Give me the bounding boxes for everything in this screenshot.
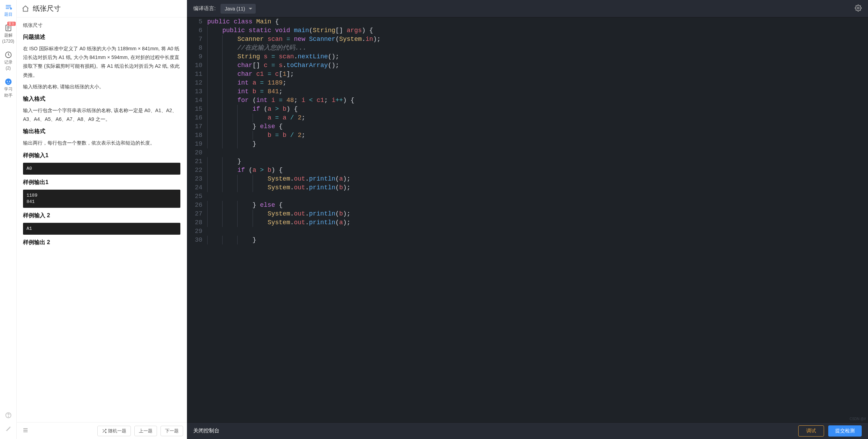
- code-content: if (a > b) {: [207, 105, 868, 114]
- code-line: 8 //在此输入您的代码...: [187, 44, 868, 52]
- line-number: 11: [187, 70, 207, 79]
- gear-icon[interactable]: [855, 5, 862, 13]
- console-toggle[interactable]: 关闭控制台: [193, 427, 219, 434]
- prev-label: 上一题: [139, 428, 152, 434]
- home-icon[interactable]: [22, 5, 29, 13]
- language-select[interactable]: Java (11): [220, 4, 255, 14]
- debug-button[interactable]: 调试: [798, 425, 824, 437]
- code-content: String s = scan.nextLine();: [207, 52, 868, 61]
- problem-icon: [4, 3, 13, 11]
- rail-count: (1720): [2, 39, 14, 44]
- code-content: int b = 841;: [207, 87, 868, 96]
- code-line: 19 }: [187, 140, 868, 148]
- heading-description: 问题描述: [23, 34, 180, 41]
- code-line: 22 if (a > b) {: [187, 166, 868, 175]
- rail-item-solution[interactable]: 官方 题解 (1720): [2, 24, 14, 44]
- svg-point-5: [9, 81, 10, 82]
- rail-label: 题目: [4, 12, 13, 17]
- code-content: }: [207, 140, 868, 148]
- code-content: [207, 148, 868, 157]
- code-line: 27 System.out.println(b);: [187, 210, 868, 218]
- line-number: 20: [187, 148, 207, 157]
- editor-panel: 编译语言: Java (11) 5public class Main {6 pu…: [187, 0, 868, 439]
- line-number: 15: [187, 105, 207, 114]
- list-icon[interactable]: [20, 425, 31, 437]
- code-content: [207, 192, 868, 201]
- input-p: 输入一行包含一个字符串表示纸张的名称, 该名称一定是 A0、A1、A2、A3、A…: [23, 106, 180, 124]
- line-number: 30: [187, 236, 207, 244]
- rail-item-history[interactable]: 记录 (2): [4, 51, 13, 71]
- line-number: 21: [187, 157, 207, 166]
- next-label: 下一题: [165, 428, 179, 434]
- line-number: 7: [187, 35, 207, 44]
- code-line: 23 System.out.println(a);: [187, 175, 868, 183]
- heading-sample-in2: 样例输入 2: [23, 212, 180, 219]
- code-line: 26 } else {: [187, 201, 868, 210]
- code-line: 20: [187, 148, 868, 157]
- code-content: System.out.println(a);: [207, 175, 868, 183]
- rail-label: 记录: [4, 60, 13, 65]
- official-badge: 官方: [7, 22, 16, 26]
- code-content: a = a / 2;: [207, 114, 868, 122]
- next-button[interactable]: 下一题: [160, 426, 183, 436]
- problem-panel: 纸张尺寸 纸张尺寸 问题描述 在 ISO 国际标准中定义了 A0 纸张的大小为 …: [17, 0, 187, 439]
- sample-output-1: 1189 841: [23, 190, 180, 208]
- code-content: public static void main(String[] args) {: [207, 26, 868, 35]
- svg-point-0: [10, 8, 12, 9]
- submit-button[interactable]: 提交检测: [828, 425, 862, 437]
- rail-item-assistant[interactable]: 学习 助手: [4, 78, 13, 98]
- output-p: 输出两行，每行包含一个整数，依次表示长边和短边的长度。: [23, 139, 180, 147]
- line-number: 14: [187, 96, 207, 105]
- line-number: 29: [187, 227, 207, 236]
- code-line: 9 String s = scan.nextLine();: [187, 52, 868, 61]
- random-label: 随机一题: [108, 428, 126, 434]
- stairs-icon[interactable]: [5, 425, 12, 433]
- heading-sample-in1: 样例输入1: [23, 152, 180, 159]
- code-line: 21 }: [187, 157, 868, 166]
- code-line: 18 b = b / 2;: [187, 131, 868, 140]
- rail-item-problem[interactable]: 题目: [4, 3, 13, 17]
- code-content: } else {: [207, 201, 868, 210]
- random-button[interactable]: 随机一题: [97, 426, 131, 436]
- code-line: 11 char c1 = c[1];: [187, 70, 868, 79]
- code-line: 17 } else {: [187, 122, 868, 131]
- line-number: 19: [187, 140, 207, 148]
- page-title: 纸张尺寸: [33, 4, 61, 13]
- problem-body[interactable]: 纸张尺寸 问题描述 在 ISO 国际标准中定义了 A0 纸张的大小为 1189m…: [17, 17, 187, 422]
- line-number: 23: [187, 175, 207, 183]
- code-line: 7 Scanner scan = new Scanner(System.in);: [187, 35, 868, 44]
- prev-button[interactable]: 上一题: [134, 426, 157, 436]
- code-content: char c1 = c[1];: [207, 70, 868, 79]
- line-number: 6: [187, 26, 207, 35]
- problem-subtitle: 纸张尺寸: [23, 22, 180, 29]
- code-line: 14 for (int i = 48; i < c1; i++) {: [187, 96, 868, 105]
- svg-point-8: [858, 7, 859, 9]
- code-content: public class Main {: [207, 17, 868, 26]
- line-number: 28: [187, 218, 207, 227]
- code-content: [207, 227, 868, 236]
- lang-label: 编译语言:: [193, 5, 216, 12]
- code-content: //在此输入您的代码...: [207, 44, 868, 52]
- code-content: System.out.println(b);: [207, 210, 868, 218]
- rail-count: (2): [6, 66, 11, 71]
- rail-label: 学习: [4, 87, 13, 92]
- description-p2: 输入纸张的名称, 请输出纸张的大小。: [23, 82, 180, 91]
- code-content: Scanner scan = new Scanner(System.in);: [207, 35, 868, 44]
- description-p1: 在 ISO 国际标准中定义了 A0 纸张的大小为 1189mm × 841mm,…: [23, 44, 180, 80]
- rail-label2: 助手: [4, 93, 13, 98]
- code-editor[interactable]: 5public class Main {6 public static void…: [187, 17, 868, 422]
- code-line: 15 if (a > b) {: [187, 105, 868, 114]
- help-icon[interactable]: [5, 412, 12, 420]
- svg-point-3: [5, 79, 11, 85]
- editor-header: 编译语言: Java (11): [187, 0, 868, 17]
- line-number: 25: [187, 192, 207, 201]
- code-line: 12 int a = 1189;: [187, 79, 868, 87]
- code-line: 24 System.out.println(b);: [187, 183, 868, 192]
- line-number: 8: [187, 44, 207, 52]
- problem-footer: 随机一题 上一题 下一题: [17, 422, 187, 439]
- problem-title-bar: 纸张尺寸: [17, 0, 187, 17]
- code-content: }: [207, 157, 868, 166]
- svg-point-4: [7, 81, 8, 82]
- code-content: char[] c = s.toCharArray();: [207, 61, 868, 70]
- code-line: 28 System.out.println(a);: [187, 218, 868, 227]
